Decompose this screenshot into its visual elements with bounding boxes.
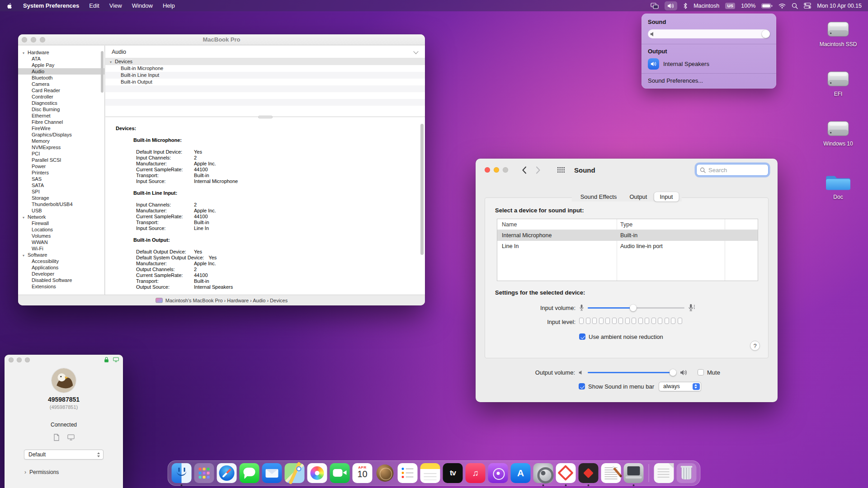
app-store-icon[interactable]: A [511, 463, 531, 483]
monitor-icon[interactable] [67, 434, 75, 441]
menu-window[interactable]: Window [127, 2, 157, 9]
input-source-menu[interactable]: US [725, 3, 735, 9]
zoom-button[interactable] [503, 167, 508, 173]
sidebar-item[interactable]: Developer [18, 271, 104, 277]
sidebar-item[interactable]: Thunderbolt/USB4 [18, 201, 104, 207]
menu-app-name[interactable]: System Preferences [19, 2, 84, 9]
device-tree-item[interactable]: Built-in Microphone [105, 65, 425, 72]
remote-app-icon[interactable] [579, 463, 599, 483]
table-row-internal-microphone[interactable]: Internal Microphone Built-in [497, 230, 758, 241]
disclosure-triangle-icon[interactable]: ▾ [23, 253, 28, 259]
safari-icon[interactable] [217, 463, 237, 483]
sidebar-item[interactable]: Diagnostics [18, 100, 104, 106]
output-device-row[interactable]: Internal Speakers [648, 58, 770, 70]
menu-bar-clock[interactable]: Mon 10 Apr 00.15 [817, 3, 862, 9]
reminders-icon[interactable] [398, 463, 418, 483]
menubar-visibility-select[interactable]: always [659, 382, 701, 391]
sidebar-item[interactable]: PCI [18, 150, 104, 157]
sidebar-item[interactable]: Parallel SCSI [18, 157, 104, 163]
sidebar-item[interactable]: Camera [18, 81, 104, 87]
slider-knob[interactable] [630, 305, 637, 311]
sidebar-item[interactable]: ATA [18, 56, 104, 62]
sound-preferences-link[interactable]: Sound Preferences... [648, 77, 770, 84]
sidebar-group-hardware[interactable]: ▾Hardware [18, 49, 104, 56]
control-center-icon[interactable] [804, 3, 811, 9]
output-volume-slider[interactable] [588, 372, 676, 373]
menu-help[interactable]: Help [158, 2, 179, 9]
photos-icon[interactable] [307, 463, 327, 483]
disclosure-triangle-icon[interactable]: ▾ [23, 215, 28, 221]
help-button[interactable]: ? [750, 341, 760, 351]
launchpad-icon[interactable] [194, 463, 214, 483]
sidebar-item[interactable]: Power [18, 163, 104, 169]
sidebar-item[interactable]: Accessibility [18, 258, 104, 264]
spotlight-icon[interactable] [792, 3, 798, 9]
device-tree-item[interactable]: Built-in Output [105, 79, 425, 85]
sidebar-item[interactable]: SATA [18, 182, 104, 188]
sidebar-item[interactable]: NVMExpress [18, 144, 104, 150]
sidebar-group-software[interactable]: ▾Software [18, 252, 104, 258]
sidebar-item[interactable]: Apple Pay [18, 62, 104, 68]
sidebar-item[interactable]: WWAN [18, 239, 104, 245]
zoom-button[interactable] [25, 357, 30, 362]
music-icon[interactable]: ♫ [466, 463, 486, 483]
device-tree-group[interactable]: ▾Devices [105, 58, 425, 65]
sidebar-item[interactable]: Locations [18, 226, 104, 233]
facetime-icon[interactable] [330, 463, 350, 483]
bluetooth-icon[interactable] [683, 3, 688, 9]
finder-icon[interactable] [172, 463, 192, 483]
sidebar-item[interactable]: Printers [18, 169, 104, 176]
back-button[interactable] [522, 166, 527, 174]
popover-volume-slider[interactable] [648, 29, 770, 38]
trash-icon[interactable] [677, 463, 697, 483]
apple-menu-icon[interactable] [6, 2, 13, 9]
desktop-icon-efi[interactable]: EFI [812, 69, 864, 97]
sidebar-item[interactable]: Controller [18, 94, 104, 100]
menu-edit[interactable]: Edit [85, 2, 104, 9]
sidebar-scrollbar[interactable] [101, 51, 104, 93]
apple-tv-icon[interactable]: tv [443, 463, 463, 483]
sidebar-item[interactable]: Disc Burning [18, 106, 104, 113]
desktop-icon-windows-10[interactable]: Windows 10 [812, 118, 864, 147]
desktop-icon-doc[interactable]: Doc [812, 172, 864, 200]
menu-view[interactable]: View [105, 2, 127, 9]
sidebar-group-network[interactable]: ▾Network [18, 214, 104, 220]
maps-icon[interactable] [285, 463, 305, 483]
sidebar-item[interactable]: Fibre Channel [18, 119, 104, 125]
unknown-round-app-icon[interactable] [375, 463, 395, 483]
disclosure-triangle-icon[interactable]: ▾ [23, 50, 28, 56]
lock-icon[interactable] [104, 357, 109, 363]
mute-checkbox[interactable] [698, 369, 704, 375]
splitter-grip[interactable] [258, 116, 273, 118]
input-volume-slider[interactable] [588, 307, 684, 309]
disclosure-triangle-icon[interactable]: ▾ [110, 59, 115, 66]
minimize-button[interactable] [494, 167, 499, 173]
profile-select[interactable]: Default [24, 450, 104, 460]
sidebar-item[interactable]: Wi-Fi [18, 245, 104, 252]
show-sound-menubar-checkbox[interactable] [579, 383, 585, 389]
system-information-icon[interactable] [624, 463, 644, 483]
sidebar-item[interactable]: Disabled Software [18, 277, 104, 283]
wifi-icon[interactable] [778, 3, 786, 9]
file-transfer-icon[interactable] [53, 434, 60, 441]
desktop-icon-macintosh-ssd[interactable]: Macintosh SSD [812, 19, 864, 47]
screen-share-icon[interactable] [113, 357, 119, 363]
messages-icon[interactable] [240, 463, 259, 483]
sidebar-item[interactable]: Card Reader [18, 87, 104, 94]
slider-knob[interactable] [670, 369, 676, 376]
sidebar-item[interactable]: Firewall [18, 220, 104, 226]
sidebar-item[interactable]: Bluetooth [18, 75, 104, 81]
ambient-noise-checkbox[interactable] [579, 333, 585, 340]
system-preferences-icon[interactable] [533, 463, 553, 483]
volume-icon[interactable] [665, 1, 677, 10]
column-type[interactable]: Type [620, 219, 632, 230]
sidebar-item[interactable]: USB [18, 207, 104, 214]
screen-mirroring-icon[interactable] [651, 3, 659, 9]
status-device-label[interactable]: Macintosh [693, 3, 719, 9]
minimize-button[interactable] [17, 357, 22, 362]
battery-icon[interactable] [761, 3, 773, 9]
textedit-icon[interactable] [601, 463, 621, 483]
column-name[interactable]: Name [497, 221, 517, 228]
sidebar-item[interactable]: Memory [18, 138, 104, 144]
search-input[interactable] [696, 164, 769, 176]
